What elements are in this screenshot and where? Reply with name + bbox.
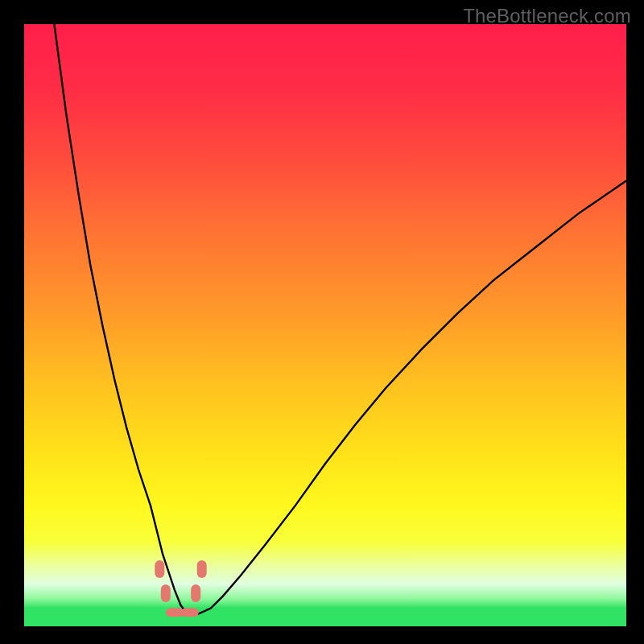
plot-area (24, 24, 626, 626)
chart-frame: TheBottleneck.com (0, 0, 644, 644)
data-marker (155, 560, 164, 578)
bottleneck-curve-chart (24, 24, 626, 626)
data-marker (191, 584, 200, 602)
data-marker (197, 560, 207, 578)
optimal-band (24, 609, 626, 626)
watermark-text: TheBottleneck.com (463, 5, 631, 27)
data-marker (181, 608, 199, 617)
data-marker (161, 584, 171, 602)
gradient-background (24, 24, 626, 626)
